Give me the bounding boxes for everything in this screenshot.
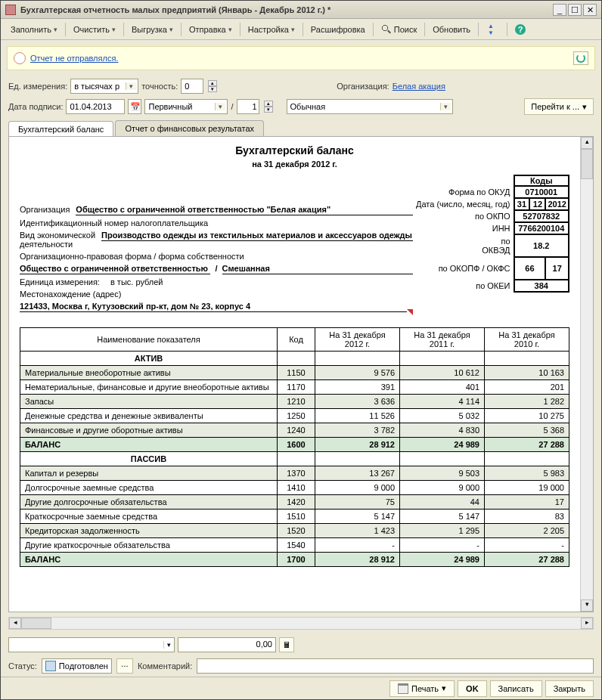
- status-more-button[interactable]: ...: [116, 658, 133, 674]
- close-button[interactable]: ✕: [583, 4, 597, 16]
- document[interactable]: Бухгалтерский баланс на 31 декабря 2012 …: [9, 137, 580, 612]
- status-label: Статус:: [8, 661, 37, 671]
- toolbar: Заполнить▾ Очистить▾ Выгрузка▾ Отправка▾…: [1, 19, 601, 40]
- status-icon: [45, 661, 56, 671]
- kind-select[interactable]: Первичный▾: [144, 99, 228, 114]
- notice-icon: [14, 52, 26, 64]
- settings-button[interactable]: Настройка▾: [243, 21, 300, 38]
- doc-subtitle: на 31 декабря 2012 г.: [20, 160, 569, 169]
- table-row[interactable]: Другие краткосрочные обязательства1540--…: [20, 538, 569, 553]
- table-row[interactable]: Материальные внеоборотные активы11509 57…: [20, 366, 569, 380]
- minimize-button[interactable]: _: [553, 4, 566, 16]
- table-row[interactable]: БАЛАНС170028 91224 98927 288: [20, 553, 569, 567]
- calculator-button[interactable]: 🖩: [279, 637, 294, 652]
- help-icon: ?: [515, 24, 526, 35]
- cell-name-field[interactable]: ▾: [8, 637, 175, 652]
- params-row-1: Ед. измерения: в тысячах р▾ точность: 0 …: [1, 76, 601, 96]
- search-icon: [381, 24, 392, 35]
- org-label: Организация:: [337, 82, 389, 91]
- horizontal-scrollbar[interactable]: ◂ ▸: [8, 617, 594, 630]
- refresh-button[interactable]: Обновить: [427, 21, 476, 38]
- precision-field[interactable]: 0: [181, 79, 203, 94]
- scroll-left-button[interactable]: ◂: [9, 618, 21, 629]
- scroll-down-button[interactable]: ▾: [581, 599, 593, 612]
- help-button[interactable]: ?: [510, 21, 533, 38]
- goto-button[interactable]: Перейти к ...▾: [524, 98, 594, 115]
- table-row[interactable]: БАЛАНС160028 91224 98927 288: [20, 438, 569, 452]
- clear-button[interactable]: Очистить▾: [68, 21, 121, 38]
- cell-value-field[interactable]: 0,00: [178, 637, 276, 652]
- vertical-scrollbar[interactable]: ▴ ▾: [580, 137, 593, 612]
- document-area: Бухгалтерский баланс на 31 декабря 2012 …: [8, 136, 594, 612]
- corr-no-field[interactable]: 1: [237, 99, 259, 114]
- search-button[interactable]: Поиск: [376, 21, 422, 38]
- table-row[interactable]: Другие долгосрочные обязательства1420754…: [20, 495, 569, 510]
- org-link[interactable]: Белая акация: [393, 82, 445, 91]
- print-button[interactable]: Печать▾: [389, 680, 455, 697]
- tab-results[interactable]: Отчет о финансовых результатах: [115, 120, 264, 136]
- ok-button[interactable]: OK: [458, 680, 487, 697]
- codes-table: Коды Форма по ОКУД0710001 Дата (число, м…: [413, 175, 569, 293]
- table-row[interactable]: Долгосрочные заемные средства14109 0009 …: [20, 481, 569, 495]
- comment-label: Комментарий:: [138, 661, 192, 671]
- corr-no-spinner[interactable]: ▴▾: [264, 101, 273, 113]
- window-title: Бухгалтерская отчетность малых предприят…: [20, 5, 551, 14]
- table-row[interactable]: Капитал и резервы137013 2679 5035 983: [20, 466, 569, 481]
- scroll-thumb[interactable]: [581, 149, 593, 179]
- notice-refresh-button[interactable]: [573, 51, 588, 65]
- expand-collapse-button[interactable]: [481, 21, 504, 38]
- params-row-2: Дата подписи: 01.04.2013 📅 Первичный▾ / …: [1, 96, 601, 117]
- maximize-button[interactable]: ☐: [568, 4, 582, 16]
- send-button[interactable]: Отправка▾: [184, 21, 237, 38]
- notice-link[interactable]: Отчет не отправлялся.: [30, 54, 573, 63]
- close-footer-button[interactable]: Закрыть: [545, 680, 594, 697]
- header-table: ОрганизацияОбщество с ограниченной ответ…: [20, 175, 569, 315]
- status-value: Подготовлен: [42, 658, 112, 674]
- formula-bar: ▾ 0,00 🖩: [1, 634, 601, 655]
- notice-bar: Отчет не отправлялся.: [7, 46, 595, 70]
- footer: Печать▾ OK Записать Закрыть: [1, 677, 601, 699]
- refresh-icon: [576, 54, 585, 63]
- status-row: Статус: Подготовлен ... Комментарий:: [1, 655, 601, 677]
- tabs: Бухгалтерский баланс Отчет о финансовых …: [1, 120, 601, 136]
- export-button[interactable]: Выгрузка▾: [126, 21, 178, 38]
- titlebar: Бухгалтерская отчетность малых предприят…: [1, 1, 601, 19]
- printer-icon: [398, 683, 408, 694]
- table-row[interactable]: Краткосрочные заемные средства15105 1475…: [20, 510, 569, 524]
- scroll-up-button[interactable]: ▴: [581, 137, 593, 149]
- sign-date-field[interactable]: 01.04.2013: [66, 99, 125, 114]
- app-window: Бухгалтерская отчетность малых предприят…: [0, 0, 602, 700]
- calendar-button[interactable]: 📅: [128, 99, 141, 114]
- table-row[interactable]: Кредиторская задолженность15201 4231 295…: [20, 524, 569, 538]
- balance-table: Наименование показателя Код На 31 декабр…: [20, 327, 569, 567]
- table-row[interactable]: Нематериальные, финансовые и другие внео…: [20, 380, 569, 395]
- table-row[interactable]: Денежные средства и денежные эквиваленты…: [20, 409, 569, 423]
- fill-button[interactable]: Заполнить▾: [5, 21, 63, 38]
- type-select[interactable]: Обычная▾: [287, 99, 453, 114]
- corner-marker-icon: [407, 309, 413, 315]
- precision-spinner[interactable]: ▴▾: [208, 80, 217, 92]
- app-icon: [5, 5, 16, 15]
- hscroll-thumb[interactable]: [21, 618, 51, 629]
- comment-input[interactable]: [197, 658, 594, 674]
- save-button[interactable]: Записать: [490, 680, 542, 697]
- unit-select[interactable]: в тысячах р▾: [70, 79, 138, 94]
- expand-icon: [486, 24, 497, 35]
- unit-label: Ед. измерения:: [8, 82, 67, 91]
- table-row[interactable]: Запасы12103 6364 1141 282: [20, 395, 569, 409]
- sign-date-label: Дата подписи:: [8, 102, 63, 111]
- doc-title: Бухгалтерский баланс: [20, 144, 569, 156]
- scroll-right-button[interactable]: ▸: [581, 618, 593, 629]
- tab-balance[interactable]: Бухгалтерский баланс: [8, 121, 113, 137]
- table-row[interactable]: Финансовые и другие оборотные активы1240…: [20, 423, 569, 438]
- decode-button[interactable]: Расшифровка: [306, 21, 371, 38]
- precision-label: точность:: [141, 82, 178, 91]
